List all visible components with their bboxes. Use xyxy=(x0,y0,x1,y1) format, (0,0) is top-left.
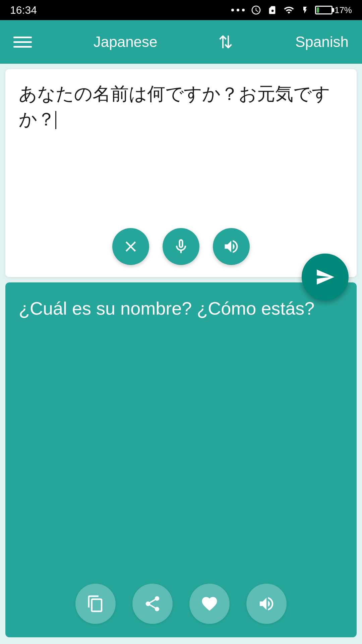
source-language-selector[interactable]: Japanese xyxy=(94,34,158,50)
signal-icon xyxy=(283,5,295,15)
text-cursor xyxy=(55,111,56,129)
source-input-text: あなたの名前は何ですか？お元気ですか？ xyxy=(19,81,343,132)
clear-button[interactable] xyxy=(112,228,149,265)
battery-icon xyxy=(315,6,333,14)
close-icon xyxy=(122,238,139,255)
mic-button[interactable] xyxy=(163,228,199,265)
battery-percent: 17% xyxy=(335,5,352,15)
share-button[interactable] xyxy=(132,584,173,624)
volume-icon xyxy=(223,238,240,255)
battery-container: 17% xyxy=(315,5,352,15)
copy-icon xyxy=(86,595,105,613)
send-icon xyxy=(315,267,335,287)
charging-icon xyxy=(301,5,309,15)
alarm-icon xyxy=(251,5,261,15)
share-icon xyxy=(143,595,162,613)
menu-button[interactable] xyxy=(13,37,32,48)
volume-result-icon xyxy=(257,595,276,613)
speaker-source-button[interactable] xyxy=(213,228,250,265)
status-icons: 17% xyxy=(231,5,352,15)
mic-icon xyxy=(172,238,190,255)
bottom-spacer xyxy=(0,637,362,644)
status-bar: 16:34 17% xyxy=(0,0,362,20)
nav-bar: Japanese ⇄ Spanish xyxy=(0,20,362,64)
swap-languages-button[interactable]: ⇄ xyxy=(216,35,236,49)
dots-icon xyxy=(231,9,245,11)
heart-icon xyxy=(200,595,219,613)
translate-button[interactable] xyxy=(302,254,349,301)
sim-icon xyxy=(267,5,277,15)
source-action-buttons xyxy=(112,228,250,265)
copy-button[interactable] xyxy=(75,584,116,624)
speaker-result-button[interactable] xyxy=(246,584,287,624)
target-language-selector[interactable]: Spanish xyxy=(295,34,349,50)
result-translated-text: ¿Cuál es su nombre? ¿Cómo estás? xyxy=(19,296,343,321)
result-section: ¿Cuál es su nombre? ¿Cómo estás? xyxy=(5,282,357,637)
status-time: 16:34 xyxy=(10,4,37,16)
source-text-area[interactable]: あなたの名前は何ですか？お元気ですか？ xyxy=(5,69,357,277)
favorite-button[interactable] xyxy=(189,584,230,624)
result-action-buttons xyxy=(75,584,287,624)
battery-fill xyxy=(317,7,319,13)
